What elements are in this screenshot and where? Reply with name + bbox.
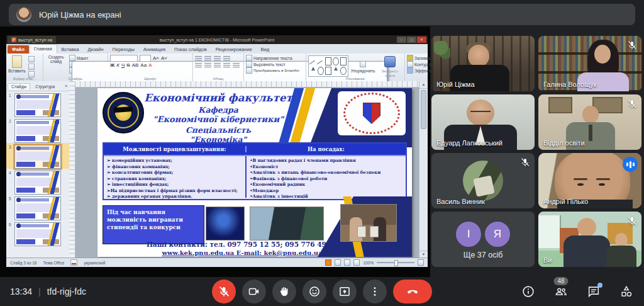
indent-icon[interactable] xyxy=(214,56,221,61)
quick-styles-icon xyxy=(384,56,396,67)
bullets-icon[interactable] xyxy=(195,56,202,61)
fit-to-window-icon[interactable] xyxy=(418,259,424,266)
panel-tab-outline[interactable]: Структура xyxy=(31,83,58,89)
spellcheck-icon[interactable] xyxy=(70,259,77,266)
font-name-combobox[interactable] xyxy=(110,55,138,62)
ribbon-tab-design[interactable]: Дизайн xyxy=(83,45,108,54)
mic-button-muted[interactable] xyxy=(212,280,236,303)
reading-view-icon[interactable] xyxy=(344,259,350,266)
quick-access-file-chip[interactable]: P выступ_вступ на xyxy=(8,36,56,43)
slide-thumbnail-4[interactable]: 4 xyxy=(6,169,69,195)
text-direction-button[interactable]: Направление текста xyxy=(246,55,304,61)
grow-font-icon[interactable]: A˄ xyxy=(153,55,159,61)
panel-tab-slides[interactable]: Слайды xyxy=(8,83,30,89)
tile-you[interactable]: Ви xyxy=(538,212,641,267)
font-color-icon[interactable]: А xyxy=(148,62,152,68)
participants-button[interactable]: 48 xyxy=(553,284,569,299)
arrow-shape-icon xyxy=(318,57,324,65)
status-language[interactable]: украинский xyxy=(84,261,105,265)
ribbon-tab-view[interactable]: Вид xyxy=(257,45,274,54)
line-spacing-icon[interactable] xyxy=(223,56,230,61)
slideshow-view-icon[interactable] xyxy=(353,259,360,266)
change-case-icon[interactable]: Аа xyxy=(140,62,147,68)
slide-thumbnail-6[interactable]: 6 xyxy=(6,220,69,246)
columns-icon[interactable] xyxy=(233,63,240,68)
clock-time: 13:34 xyxy=(10,286,32,297)
maximize-button[interactable]: ▢ xyxy=(407,37,416,43)
info-button[interactable] xyxy=(521,284,536,299)
table-cell: ➢На підприємствах і фірмах різних форм в… xyxy=(107,188,242,195)
copy-icon[interactable] xyxy=(28,64,35,70)
ribbon-tab-insert[interactable]: Вставка xyxy=(57,45,84,54)
smartart-button[interactable]: Преобразовать в SmartArt xyxy=(246,67,304,74)
activities-button[interactable] xyxy=(619,284,634,299)
minimize-button[interactable]: – xyxy=(397,37,406,43)
character-spacing-icon[interactable]: АВ xyxy=(132,62,139,68)
justify-icon[interactable] xyxy=(223,63,230,68)
scrollbar-thumb[interactable] xyxy=(421,90,426,129)
underline-icon[interactable]: Ч xyxy=(121,62,125,68)
reactions-button[interactable] xyxy=(303,280,326,303)
leave-call-button[interactable] xyxy=(393,280,432,303)
participant-initial-avatar: І xyxy=(455,220,482,248)
powerpoint-status-bar: Слайд 3 из 16 Тема Office украинский 100… xyxy=(6,258,428,267)
chat-button[interactable] xyxy=(586,284,601,299)
align-right-icon[interactable] xyxy=(214,63,221,68)
italic-icon[interactable]: К xyxy=(116,62,119,68)
table-cell: ➢ інвестиційних фондах; xyxy=(107,182,242,188)
slide-thumbnail-3-active[interactable]: 3 xyxy=(6,143,69,169)
shrink-font-icon[interactable]: A˅ xyxy=(161,55,167,61)
close-button[interactable]: ✕ xyxy=(417,37,426,43)
powerpoint-title-bar: P выступ_вступ на выступ_вступ на 1 ЕКОН… xyxy=(6,35,428,44)
align-text-button[interactable]: Выровнять текст xyxy=(246,61,304,67)
ribbon-tab-home[interactable]: Главная xyxy=(29,44,57,54)
participant-name: Едуард Лапковський xyxy=(436,139,502,147)
tile-more-participants[interactable]: І Я Ще 37 осіб xyxy=(431,212,535,267)
tile-halyna-voloshchuk[interactable]: Галина Волощук xyxy=(538,36,641,91)
cut-icon[interactable] xyxy=(28,56,35,62)
font-size-combobox[interactable] xyxy=(140,55,151,62)
scroll-up-icon[interactable]: ▲ xyxy=(419,81,428,89)
slide-thumbnail-2[interactable]: 2 xyxy=(6,117,69,143)
slides-panel: Слайды Структура ✕ 1 2 3 4 5 xyxy=(6,81,70,258)
vertical-scrollbar[interactable]: ▲ ▼ xyxy=(419,81,428,258)
tile-vasyl-vynnyk[interactable]: Василь Винник xyxy=(431,153,535,208)
slide-thumbnail-1[interactable]: 1 xyxy=(6,91,69,117)
ribbon-tab-transitions[interactable]: Переходы xyxy=(108,45,139,54)
zoom-slider[interactable] xyxy=(377,262,414,263)
slide-title-line: Економічний факультет xyxy=(143,92,294,105)
table-cell: ➢ страхових компаніях; xyxy=(107,176,242,183)
ribbon-tab-file[interactable]: Файл xyxy=(8,45,29,54)
numbering-icon[interactable] xyxy=(204,56,211,61)
shapes-gallery[interactable] xyxy=(308,55,348,77)
quick-styles-button[interactable]: Экспресс-стили xyxy=(377,55,402,77)
speaking-indicator-icon xyxy=(623,157,638,172)
tile-viddil-osvity[interactable]: Відділ освіти xyxy=(538,94,641,150)
strikethrough-icon[interactable]: S xyxy=(126,62,130,68)
paste-button[interactable]: Вставить xyxy=(8,55,26,79)
more-options-button[interactable] xyxy=(363,280,387,303)
layout-button[interactable]: Макет xyxy=(69,55,103,61)
ribbon-tab-animation[interactable]: Анимация xyxy=(139,45,170,54)
bold-icon[interactable]: Ж xyxy=(110,62,114,68)
slide-sorter-view-icon[interactable] xyxy=(335,259,341,266)
ribbon-tab-slideshow[interactable]: Показ слайдов xyxy=(170,45,211,54)
slide-thumbnail-5[interactable]: 5 xyxy=(6,195,69,220)
camera-button[interactable] xyxy=(242,280,266,303)
smartart-icon xyxy=(246,67,252,74)
align-left-icon[interactable] xyxy=(195,63,202,68)
align-center-icon[interactable] xyxy=(204,63,211,68)
arrange-button[interactable]: Упорядочить xyxy=(351,60,375,73)
tile-andrii-pilko-speaking[interactable]: Андрій Пілько xyxy=(538,153,641,208)
raise-hand-button[interactable] xyxy=(272,280,296,303)
normal-view-icon[interactable] xyxy=(325,259,331,266)
table-left-column: ➢ комерційних установах; ➢ фінансових ко… xyxy=(104,156,247,198)
ribbon-tab-review[interactable]: Рецензирование xyxy=(211,45,257,54)
present-screen-button[interactable] xyxy=(333,280,357,303)
new-slide-button[interactable]: Создать слайд xyxy=(45,55,67,74)
tile-eduard-lapkovskyi[interactable]: Едуард Лапковський xyxy=(431,94,535,150)
panel-close-icon[interactable]: ✕ xyxy=(65,84,68,89)
slide-canvas[interactable]: Економічний факультет Кафедра "Економічн… xyxy=(97,88,412,257)
more-participants-label: Ще 37 осіб xyxy=(431,251,535,259)
tile-yurii-tsizhma[interactable]: Юрій Ціжма xyxy=(431,36,535,91)
